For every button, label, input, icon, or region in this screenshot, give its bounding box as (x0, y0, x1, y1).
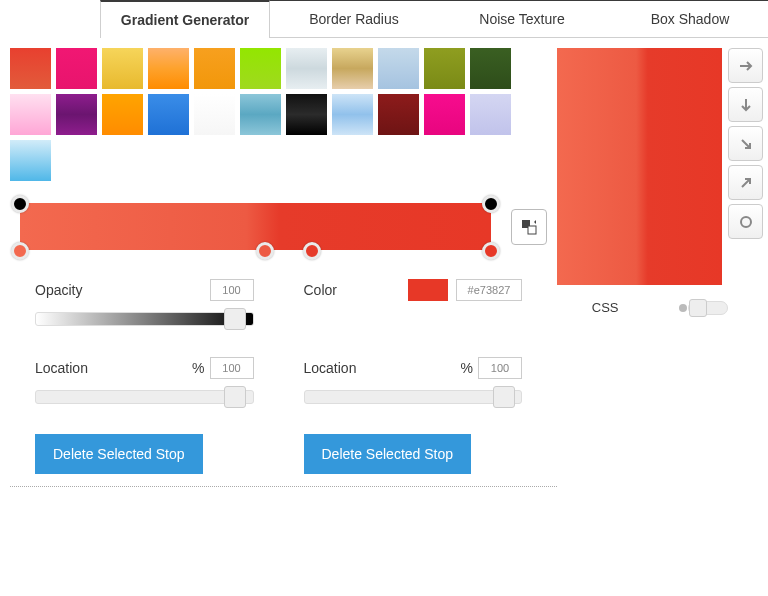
gradient-preview (557, 48, 722, 285)
preset-swatch-10[interactable] (470, 48, 511, 89)
preset-swatch-8[interactable] (378, 48, 419, 89)
tab-border-radius[interactable]: Border Radius (270, 1, 438, 38)
location-input-right[interactable] (478, 357, 522, 379)
preset-swatch-11[interactable] (10, 94, 51, 135)
preset-swatch-17[interactable] (286, 94, 327, 135)
tab-gradient-generator[interactable]: Gradient Generator (100, 0, 270, 38)
gradient-bar[interactable] (20, 203, 491, 250)
location-slider-thumb-left[interactable] (224, 386, 246, 408)
swap-icon (520, 218, 538, 236)
direction-diag-down-button[interactable] (728, 126, 763, 161)
preset-swatch-22[interactable] (10, 140, 51, 181)
arrow-down-icon (738, 97, 754, 113)
color-stop-3[interactable] (482, 242, 500, 260)
toggle-thumb[interactable] (689, 299, 707, 317)
preset-swatch-9[interactable] (424, 48, 465, 89)
gradient-editor (10, 203, 501, 250)
preset-swatch-5[interactable] (240, 48, 281, 89)
tabs: Gradient Generator Border Radius Noise T… (100, 0, 768, 38)
preset-swatch-6[interactable] (286, 48, 327, 89)
css-toggle[interactable] (688, 301, 728, 315)
preset-swatch-16[interactable] (240, 94, 281, 135)
preset-swatch-18[interactable] (332, 94, 373, 135)
arrow-diag-up-icon (738, 175, 754, 191)
percent-symbol: % (461, 360, 473, 376)
percent-symbol: % (192, 360, 204, 376)
opacity-slider[interactable] (35, 312, 254, 326)
location-slider-right[interactable] (304, 390, 523, 404)
preset-swatch-20[interactable] (424, 94, 465, 135)
color-stop-0[interactable] (11, 242, 29, 260)
preset-swatches (10, 48, 547, 181)
direction-down-button[interactable] (728, 87, 763, 122)
preset-swatch-7[interactable] (332, 48, 373, 89)
color-swatch[interactable] (408, 279, 448, 301)
preset-swatch-13[interactable] (102, 94, 143, 135)
svg-point-2 (741, 217, 751, 227)
color-hex-input[interactable] (456, 279, 522, 301)
arrow-diag-down-icon (738, 136, 754, 152)
arrow-right-icon (738, 58, 754, 74)
delete-stop-button-left[interactable]: Delete Selected Stop (35, 434, 203, 474)
preset-swatch-15[interactable] (194, 94, 235, 135)
opacity-stop-1[interactable] (482, 195, 500, 213)
tab-noise-texture[interactable]: Noise Texture (438, 1, 606, 38)
preset-swatch-19[interactable] (378, 94, 419, 135)
opacity-slider-thumb[interactable] (224, 308, 246, 330)
direction-diag-up-button[interactable] (728, 165, 763, 200)
preset-swatch-3[interactable] (148, 48, 189, 89)
preset-swatch-1[interactable] (56, 48, 97, 89)
opacity-input[interactable] (210, 279, 254, 301)
color-label: Color (304, 282, 337, 298)
preset-swatch-21[interactable] (470, 94, 511, 135)
opacity-stop-0[interactable] (11, 195, 29, 213)
location-label-left: Location (35, 360, 88, 376)
preset-swatch-4[interactable] (194, 48, 235, 89)
location-slider-thumb-right[interactable] (493, 386, 515, 408)
color-stop-2[interactable] (303, 242, 321, 260)
location-input-left[interactable] (210, 357, 254, 379)
css-label: CSS (592, 300, 619, 315)
preset-swatch-14[interactable] (148, 94, 189, 135)
swap-colors-button[interactable] (511, 209, 547, 245)
toggle-indicator (679, 304, 687, 312)
preset-swatch-0[interactable] (10, 48, 51, 89)
preset-swatch-12[interactable] (56, 94, 97, 135)
color-stop-1[interactable] (256, 242, 274, 260)
direction-radial-button[interactable] (728, 204, 763, 239)
delete-stop-button-right[interactable]: Delete Selected Stop (304, 434, 472, 474)
location-label-right: Location (304, 360, 357, 376)
tab-box-shadow[interactable]: Box Shadow (606, 1, 768, 38)
preset-swatch-2[interactable] (102, 48, 143, 89)
circle-icon (738, 214, 754, 230)
location-slider-left[interactable] (35, 390, 254, 404)
svg-rect-1 (528, 226, 536, 234)
opacity-label: Opacity (35, 282, 82, 298)
direction-right-button[interactable] (728, 48, 763, 83)
